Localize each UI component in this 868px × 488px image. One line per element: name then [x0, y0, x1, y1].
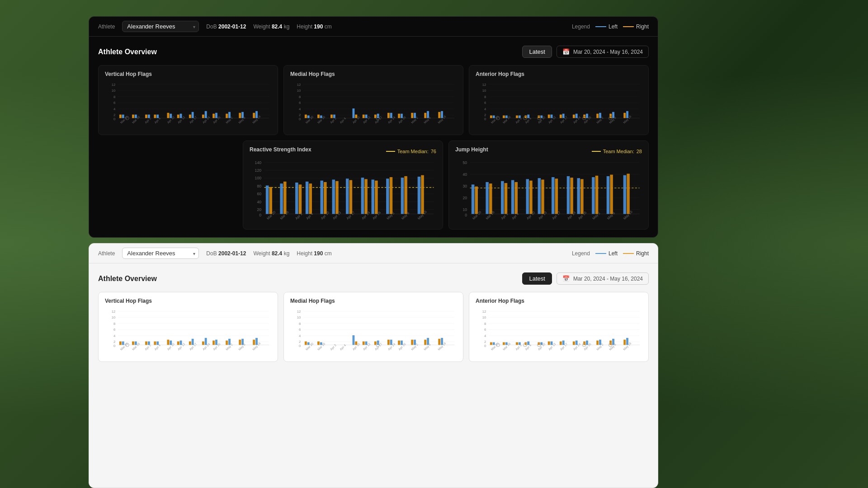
svg-rect-289	[226, 341, 228, 345]
btn-latest-dark[interactable]: Latest	[522, 46, 552, 58]
svg-text:50: 50	[462, 160, 467, 164]
svg-rect-234	[555, 178, 558, 214]
jh-median-line	[592, 151, 601, 152]
svg-rect-189	[375, 180, 378, 214]
svg-rect-332	[387, 340, 390, 345]
svg-text:10: 10	[482, 315, 486, 319]
svg-rect-182	[332, 179, 335, 214]
svg-rect-136	[623, 113, 626, 118]
svg-rect-193	[404, 176, 407, 214]
svg-text:2: 2	[113, 340, 115, 344]
charts-top-light: Vertical Hop Flags 12 10 8 6 4 2 0	[98, 292, 649, 362]
svg-rect-185	[349, 180, 353, 214]
light-panel: Athlete Alexander Reeves DoB 2002-01-12 …	[89, 243, 658, 488]
svg-rect-114	[490, 115, 492, 118]
anterior-hop-card-light: Anterior Hop Flags 12 10 8 6 4 2 0	[469, 292, 649, 362]
svg-rect-18	[145, 115, 147, 118]
svg-rect-277	[154, 342, 156, 345]
svg-rect-190	[386, 178, 389, 214]
legend-left-dark: Left	[595, 23, 618, 30]
athlete-select-wrapper-light[interactable]: Alexander Reeves	[122, 248, 199, 259]
date-range-light[interactable]: 📅 Mar 20, 2024 - May 16, 2024	[557, 272, 649, 285]
svg-text:4: 4	[113, 107, 116, 111]
medial-hop-svg-dark: 12 10 8 6 4 2 0	[290, 81, 457, 129]
svg-rect-124	[548, 115, 550, 118]
charts-bottom-dark: Reactive Strength Index Team Median: 76	[243, 141, 649, 230]
svg-rect-387	[596, 341, 599, 345]
svg-text:0: 0	[299, 117, 301, 121]
svg-rect-389	[609, 341, 612, 345]
svg-text:8: 8	[484, 322, 486, 326]
svg-text:Apr 4: Apr 4	[339, 343, 347, 351]
header-bar-light: Athlete Alexander Reeves DoB 2002-01-12 …	[89, 244, 658, 263]
rsi-svg-dark: 140 120 100 80 60 40 20 0	[250, 160, 436, 224]
vertical-hop-card-dark: Vertical Hop Flags 12 10 8 6 4 2	[98, 65, 278, 135]
btn-latest-light[interactable]: Latest	[522, 272, 552, 285]
svg-rect-326	[353, 335, 355, 345]
svg-text:12: 12	[297, 83, 301, 87]
svg-rect-235	[567, 176, 570, 214]
svg-rect-338	[424, 340, 426, 345]
svg-rect-228	[515, 182, 518, 214]
svg-text:0: 0	[113, 117, 115, 121]
vertical-hop-svg-dark: 12 10 8 6 4 2 0	[105, 81, 271, 129]
athlete-select-wrapper-dark[interactable]: Alexander Reeves	[122, 21, 199, 32]
svg-text:8: 8	[113, 322, 115, 326]
header-info-dark: DoB 2002-01-12 Weight 82.4 kg Height 190…	[206, 23, 331, 30]
svg-text:20: 20	[257, 207, 261, 212]
svg-rect-116	[503, 115, 505, 118]
legend-right-line-light	[623, 253, 634, 254]
svg-text:20: 20	[462, 195, 467, 200]
svg-text:10: 10	[462, 207, 467, 212]
svg-text:12: 12	[297, 310, 301, 314]
svg-text:30: 30	[462, 183, 467, 188]
svg-rect-279	[167, 340, 170, 345]
svg-rect-188	[372, 179, 375, 214]
svg-rect-14	[119, 115, 122, 118]
svg-text:2: 2	[484, 113, 486, 117]
svg-rect-233	[552, 177, 555, 214]
medial-hop-svg-light: 12 10 8 6 4 2 0	[290, 308, 457, 356]
svg-rect-118	[516, 115, 518, 118]
svg-rect-71	[353, 108, 355, 118]
section-title-light: Athlete Overview	[98, 275, 157, 283]
svg-text:40: 40	[257, 199, 261, 204]
athlete-select-light[interactable]: Alexander Reeves	[122, 248, 199, 259]
svg-rect-69	[330, 115, 333, 118]
legend-left-line-light	[595, 253, 606, 254]
athlete-select-dark[interactable]: Alexander Reeves	[122, 21, 199, 32]
svg-text:6: 6	[484, 328, 486, 332]
jh-svg-dark: 50 40 30 20 10 0	[455, 160, 642, 224]
svg-rect-177	[299, 184, 302, 214]
svg-rect-187	[364, 179, 368, 214]
height-label-dark: Height 190 cm	[297, 23, 331, 30]
svg-rect-373	[516, 342, 518, 345]
svg-rect-328	[363, 342, 365, 345]
svg-rect-221	[472, 184, 475, 214]
svg-rect-336	[411, 340, 413, 345]
svg-rect-132	[596, 114, 599, 118]
legend-right-line	[623, 26, 634, 27]
weight-label-light: Weight 82.4 kg	[253, 250, 289, 257]
svg-text:2: 2	[484, 340, 486, 344]
svg-rect-381	[560, 342, 562, 345]
svg-text:2: 2	[299, 340, 301, 344]
svg-rect-178	[306, 181, 309, 214]
svg-text:120: 120	[255, 168, 262, 173]
svg-text:12: 12	[482, 83, 486, 87]
date-range-dark[interactable]: 📅 Mar 20, 2024 - May 16, 2024	[557, 46, 649, 58]
svg-rect-379	[548, 342, 550, 345]
svg-rect-126	[560, 115, 562, 118]
legend-left-light: Left	[595, 250, 618, 257]
anterior-hop-svg-light: 12 10 8 6 4 2 0	[476, 308, 642, 356]
svg-text:10: 10	[297, 89, 301, 93]
svg-rect-191	[390, 177, 393, 214]
svg-text:4: 4	[113, 334, 116, 338]
svg-text:6: 6	[299, 328, 301, 332]
legend-right-light: Right	[623, 250, 649, 257]
svg-text:12: 12	[112, 83, 116, 87]
jh-median-dark: Team Median: 28	[592, 149, 642, 154]
svg-rect-281	[177, 342, 179, 345]
rsi-card-dark: Reactive Strength Index Team Median: 76	[243, 141, 443, 230]
svg-rect-128	[573, 115, 575, 118]
